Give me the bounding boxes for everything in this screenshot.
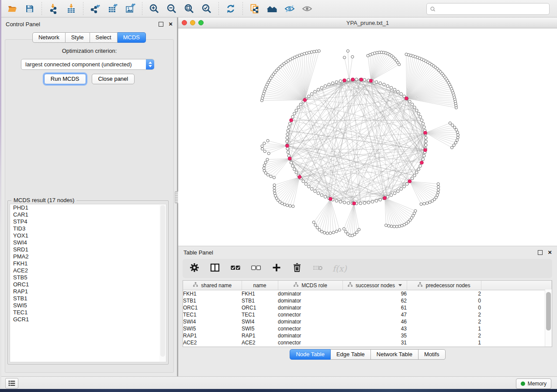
search-input[interactable] [438, 4, 549, 14]
mcds-result-item[interactable]: YOX1 [10, 232, 159, 239]
mcds-list-scrollbar[interactable] [159, 204, 166, 362]
table-row[interactable]: STB1STB1dominator620 [183, 297, 552, 304]
column-header-successor-nodes[interactable]: successor nodes [343, 281, 407, 290]
mcds-result-item[interactable]: CAR1 [10, 211, 159, 218]
table-row[interactable]: TEC1TEC1connector472 [183, 311, 552, 318]
tab-mcds[interactable]: MCDS [118, 32, 146, 43]
delete-table-icon [312, 262, 323, 275]
select-all-checkboxes-icon [230, 262, 241, 275]
toolbar-separator [242, 2, 243, 15]
mcds-result-item[interactable]: STB1 [10, 295, 159, 302]
mcds-result-item[interactable]: ACE2 [10, 267, 159, 274]
table-row[interactable]: ACE2ACE2connector311 [183, 339, 552, 346]
network-graph[interactable] [178, 28, 557, 246]
mcds-result-item[interactable]: PHD1 [10, 204, 159, 211]
delete-column-button[interactable] [291, 263, 303, 274]
float-panel-icon[interactable] [159, 22, 163, 27]
hierarchy-icon [293, 282, 299, 289]
zoom-out-button[interactable] [164, 2, 180, 16]
table-row[interactable]: ORC1ORC1dominator610 [183, 304, 552, 311]
table-cell: ACE2 [183, 339, 242, 346]
open-file-button[interactable] [4, 2, 20, 16]
split-columns-button[interactable] [209, 263, 221, 274]
mcds-result-title: MCDS result (17 nodes) [11, 197, 76, 203]
tab-edge-table[interactable]: Edge Table [331, 349, 371, 360]
mcds-result-item[interactable]: ORC1 [10, 281, 159, 288]
zoom-in-icon [149, 3, 159, 14]
column-header-name[interactable]: name [242, 281, 278, 290]
column-header-shared-name[interactable]: shared name [183, 281, 242, 290]
export-table-button[interactable] [105, 2, 121, 16]
run-mcds-button[interactable]: Run MCDS [44, 74, 86, 84]
table-cell: connector [278, 325, 343, 332]
houses-button[interactable] [264, 2, 280, 16]
import-table-button[interactable] [63, 2, 79, 16]
table-cell: RAP1 [242, 332, 278, 339]
table-row[interactable]: FKH1FKH1dominator962 [183, 290, 552, 298]
table-row[interactable]: SWI4SWI4dominator462 [183, 318, 552, 325]
show-eye-button[interactable] [299, 2, 315, 16]
table-row[interactable]: RAP1RAP1dominator352 [183, 332, 552, 339]
network-titlebar[interactable]: YPA_prune.txt_1 [178, 17, 557, 28]
select-stepper-icon [146, 59, 154, 69]
tab-select[interactable]: Select [90, 32, 118, 43]
table-cell: connector [278, 346, 343, 347]
mcds-result-list[interactable]: PHD1CAR1STP4TID3YOX1SWI4SRD1PMA2FKH1ACE2… [10, 204, 160, 362]
tab-network[interactable]: Network [32, 32, 66, 43]
export-network-button[interactable] [87, 2, 103, 16]
zoom-selected-button[interactable] [199, 2, 214, 16]
table-cell: connector [278, 311, 343, 318]
close-panel-button[interactable]: Close panel [92, 74, 135, 84]
duplicate-network-button[interactable] [247, 2, 263, 16]
tab-network-table[interactable]: Network Table [371, 349, 419, 360]
column-header-predecessor-nodes[interactable]: predecessor nodes [407, 281, 481, 290]
export-image-button[interactable] [122, 2, 138, 16]
network-canvas[interactable] [178, 28, 557, 246]
save-session-icon [24, 3, 35, 14]
mcds-result-item[interactable]: SWI5 [10, 302, 159, 309]
table-cell: 61 [343, 304, 407, 311]
table-row[interactable]: SWI5SWI5connector431 [183, 325, 552, 332]
select-all-checkboxes-button[interactable] [230, 263, 241, 274]
mcds-result-item[interactable]: SWI4 [10, 239, 159, 246]
task-history-button[interactable] [5, 378, 18, 389]
memory-button[interactable]: Memory [516, 378, 551, 389]
float-table-panel-icon[interactable] [538, 250, 543, 255]
deselect-all-checkboxes-button[interactable] [250, 263, 262, 274]
tab-motifs[interactable]: Motifs [419, 349, 446, 360]
table-cell: 2 [407, 290, 481, 298]
hide-eye-button[interactable] [282, 2, 298, 16]
table-row[interactable]: YOX1YOX1connector291 [183, 346, 552, 347]
column-header-MCDS-role[interactable]: MCDS role [278, 281, 343, 290]
mcds-result-item[interactable]: GCR1 [10, 316, 159, 323]
table-scrollbar[interactable] [545, 289, 552, 347]
table-cell [481, 346, 552, 347]
mcds-result-item[interactable]: PMA2 [10, 253, 159, 260]
close-table-panel-icon[interactable]: × [548, 250, 552, 254]
mcds-result-item[interactable]: RAP1 [10, 288, 159, 295]
zoom-in-button[interactable] [146, 2, 162, 16]
tab-node-table[interactable]: Node Table [290, 349, 331, 360]
mcds-result-item[interactable]: STB5 [10, 274, 159, 281]
close-panel-icon[interactable]: × [169, 22, 173, 26]
import-network-button[interactable] [46, 2, 62, 16]
export-network-icon [90, 3, 100, 14]
column-label: successor nodes [356, 282, 395, 289]
mcds-result-item[interactable]: FKH1 [10, 260, 159, 267]
table-cell: connector [278, 339, 343, 346]
add-column-button[interactable] [271, 263, 282, 274]
table-tabs: Node TableEdge TableNetwork TableMotifs [178, 349, 557, 360]
mcds-result-item[interactable]: SRD1 [10, 246, 159, 253]
zoom-fit-button[interactable] [181, 2, 197, 16]
table-cell: 1 [407, 346, 481, 347]
mcds-result-item[interactable]: TEC1 [10, 309, 159, 316]
optimization-criterion-select[interactable]: largest connected component (undirected) [21, 59, 154, 70]
zoom-fit-icon [184, 3, 194, 14]
tab-style[interactable]: Style [66, 32, 90, 43]
refresh-button[interactable] [223, 2, 239, 16]
settings-gear-button[interactable] [189, 263, 200, 274]
mcds-result-item[interactable]: STP4 [10, 218, 159, 225]
table-cell: dominator [278, 304, 343, 311]
mcds-result-item[interactable]: TID3 [10, 225, 159, 232]
save-session-button[interactable] [22, 2, 38, 16]
